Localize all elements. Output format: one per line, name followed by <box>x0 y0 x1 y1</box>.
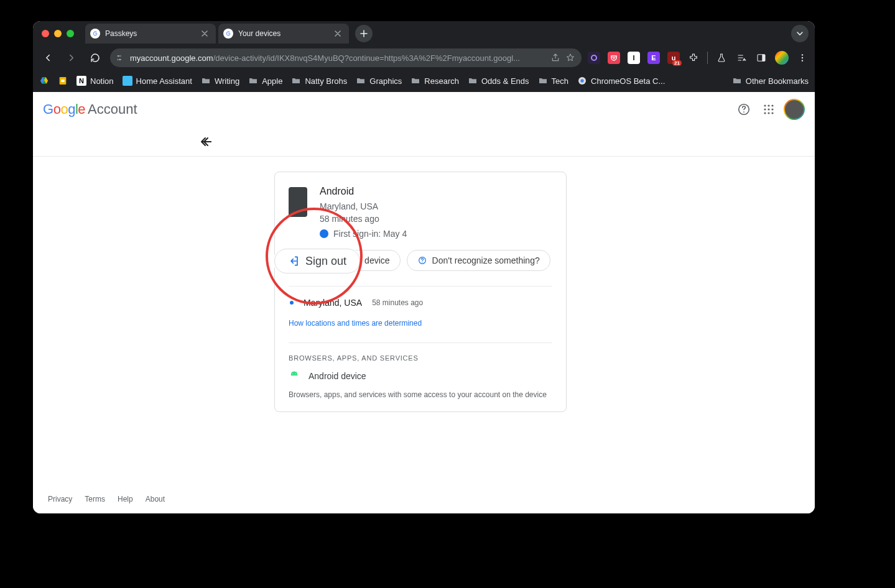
maximize-window-button[interactable] <box>67 30 74 37</box>
bookmark-apple[interactable]: Apple <box>248 76 282 86</box>
nav-back-button[interactable] <box>39 49 57 67</box>
reload-button[interactable] <box>86 49 104 67</box>
svg-point-24 <box>764 112 766 114</box>
session-active-icon <box>290 301 294 305</box>
session-row: Maryland, USA 58 minutes ago <box>289 298 552 308</box>
svg-point-6 <box>591 55 596 60</box>
svg-point-25 <box>767 112 769 114</box>
page-back-button[interactable] <box>198 134 213 149</box>
footer-terms[interactable]: Terms <box>85 495 105 503</box>
new-indicator-icon <box>320 229 328 238</box>
minimize-window-button[interactable] <box>54 30 62 37</box>
pocket-icon[interactable] <box>608 52 620 64</box>
bookmark-slides[interactable] <box>58 76 68 86</box>
nav-forward-button[interactable] <box>63 49 80 67</box>
svg-point-20 <box>771 104 773 106</box>
svg-point-15 <box>580 79 583 82</box>
device-time-ago: 58 minutes ago <box>320 213 552 226</box>
svg-point-26 <box>771 112 773 114</box>
tab-strip: Passkeys Your devices <box>33 21 815 46</box>
extension-e-icon[interactable]: E <box>647 52 660 64</box>
bookmark-home-assistant[interactable]: Home Assistant <box>123 76 192 86</box>
svg-point-17 <box>743 111 744 113</box>
service-name: Android device <box>308 371 366 381</box>
toolbar: myaccount.google.com/device-activity/id/… <box>33 46 815 70</box>
svg-point-18 <box>764 104 766 106</box>
labs-icon[interactable] <box>715 52 728 64</box>
close-tab-icon[interactable] <box>200 29 210 39</box>
svg-rect-2 <box>118 55 120 57</box>
media-control-icon[interactable] <box>735 52 748 64</box>
bookmark-chromeos[interactable]: ChromeOS Beta C... <box>577 76 665 86</box>
svg-rect-8 <box>762 55 765 62</box>
share-icon[interactable] <box>550 53 560 63</box>
device-name: Android <box>320 186 552 197</box>
account-avatar[interactable] <box>784 99 805 120</box>
window-controls[interactable] <box>42 30 74 37</box>
extensions-menu-icon[interactable] <box>687 52 700 64</box>
bookmark-tech[interactable]: Tech <box>538 76 568 86</box>
bookmark-writing[interactable]: Writing <box>201 76 239 86</box>
tab-title: Your devices <box>238 29 328 38</box>
new-tab-button[interactable] <box>355 25 373 42</box>
svg-point-23 <box>771 108 773 110</box>
svg-rect-3 <box>120 55 121 57</box>
bookmark-star-icon[interactable] <box>565 53 575 63</box>
bookmark-natty-brohs[interactable]: Natty Brohs <box>291 76 347 86</box>
footer-about[interactable]: About <box>146 495 165 503</box>
android-icon <box>289 370 300 382</box>
help-button[interactable] <box>731 97 756 122</box>
apps-grid-button[interactable] <box>756 97 781 122</box>
google-account-logo[interactable]: Google Account <box>43 101 137 117</box>
close-tab-icon[interactable] <box>333 29 343 39</box>
svg-rect-5 <box>119 59 121 60</box>
tab-title: Passkeys <box>105 29 195 38</box>
footer-privacy[interactable]: Privacy <box>48 495 72 503</box>
tab-passkeys[interactable]: Passkeys <box>85 24 216 44</box>
session-time: 58 minutes ago <box>372 298 423 307</box>
bookmark-notion[interactable]: NNotion <box>77 76 114 86</box>
tabs-menu-button[interactable] <box>791 25 809 42</box>
profile-avatar-icon[interactable] <box>775 51 789 65</box>
sign-out-button[interactable]: Sign out <box>274 249 360 273</box>
svg-point-9 <box>802 54 803 55</box>
footer-help[interactable]: Help <box>118 495 133 503</box>
bookmark-research[interactable]: Research <box>410 76 459 86</box>
browser-chrome: Passkeys Your devices <box>33 21 815 92</box>
address-bar[interactable]: myaccount.google.com/device-activity/id/… <box>110 48 582 67</box>
extension-icons: I E u21 <box>588 51 809 65</box>
kebab-menu-icon[interactable] <box>796 52 809 64</box>
instapaper-icon[interactable]: I <box>628 52 640 64</box>
session-location: Maryland, USA <box>304 298 362 308</box>
site-settings-icon[interactable] <box>116 53 125 62</box>
url-text: myaccount.google.com/device-activity/id/… <box>130 53 545 63</box>
other-bookmarks[interactable]: Other Bookmarks <box>732 76 809 86</box>
svg-point-29 <box>292 374 293 374</box>
device-first-signin: First sign-in: May 4 <box>320 229 552 239</box>
bookmark-drive[interactable] <box>39 76 49 86</box>
svg-rect-13 <box>61 80 64 82</box>
extension-purple-icon[interactable] <box>588 52 600 64</box>
bookmarks-bar: NNotion Home Assistant Writing Apple Nat… <box>33 70 815 92</box>
device-thumbnail-icon <box>289 187 307 217</box>
svg-rect-4 <box>118 59 118 60</box>
google-favicon-icon <box>223 29 233 39</box>
tab-your-devices[interactable]: Your devices <box>218 24 349 44</box>
device-location: Maryland, USA <box>320 201 552 213</box>
main-content: Android Maryland, USA 58 minutes ago Fir… <box>33 157 815 513</box>
bookmark-odds-ends[interactable]: Odds & Ends <box>468 76 529 86</box>
svg-point-30 <box>295 374 296 374</box>
services-description: Browsers, apps, and services with some a… <box>289 390 552 399</box>
side-panel-icon[interactable] <box>755 52 767 64</box>
services-heading: BROWSERS, APPS, AND SERVICES <box>289 354 552 362</box>
close-window-button[interactable] <box>42 30 49 37</box>
how-determined-link[interactable]: How locations and times are determined <box>289 319 552 328</box>
product-name: Account <box>88 101 137 117</box>
service-row: Android device <box>289 370 552 382</box>
bookmark-graphics[interactable]: Graphics <box>356 76 402 86</box>
svg-point-22 <box>767 108 769 110</box>
ublock-icon[interactable]: u21 <box>667 52 680 64</box>
svg-point-11 <box>802 60 803 61</box>
dont-recognize-button[interactable]: Don't recognize something? <box>407 250 550 271</box>
svg-point-21 <box>764 108 766 110</box>
